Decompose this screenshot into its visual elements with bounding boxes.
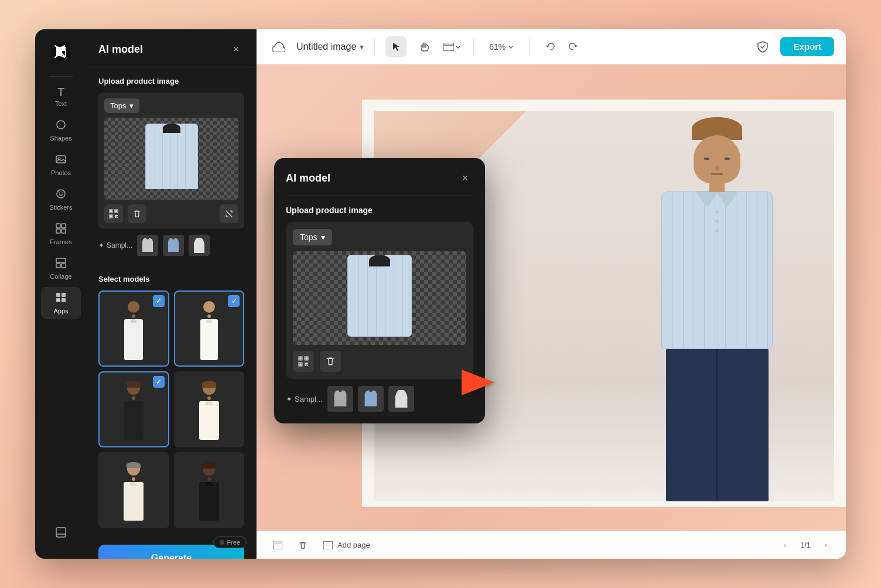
model-card-4[interactable]	[174, 371, 245, 447]
models-section: Select models ✓ ✓	[87, 265, 256, 538]
shield-button[interactable]	[752, 36, 773, 57]
svg-rect-44	[273, 541, 282, 544]
free-dot	[220, 540, 224, 545]
popup-sample-thumb-1[interactable]	[327, 386, 353, 412]
popup-sample-label: ✦ Sampl...	[286, 395, 323, 404]
next-page-button[interactable]: ›	[818, 537, 834, 553]
svg-point-1	[57, 121, 65, 129]
sidebar-item-label: Shapes	[50, 135, 71, 142]
cursor-arrow	[462, 367, 497, 400]
sidebar-item-apps[interactable]: Apps	[41, 287, 81, 319]
model-card-6[interactable]	[174, 452, 245, 528]
svg-point-4	[57, 190, 65, 198]
undo-button[interactable]	[540, 36, 561, 57]
sidebar-item-collage[interactable]: Collage	[41, 252, 81, 285]
popup-sample-row: ✦ Sampl...	[286, 386, 473, 412]
document-title[interactable]: Untitled image	[296, 42, 356, 52]
svg-point-6	[62, 193, 63, 194]
sidebar-item-frames[interactable]: Frames	[41, 218, 81, 250]
svg-rect-10	[62, 229, 66, 233]
apps-icon	[55, 292, 67, 305]
collage-icon	[55, 257, 67, 271]
model-card-1[interactable]: ✓	[98, 290, 169, 367]
svg-marker-42	[462, 370, 494, 395]
popup-delete-button[interactable]	[320, 351, 341, 372]
sample-thumb-1[interactable]	[137, 235, 158, 256]
export-button[interactable]: Export	[780, 37, 834, 56]
tops-dropdown[interactable]: Tops ▾	[104, 98, 139, 113]
svg-rect-9	[56, 229, 60, 233]
sidebar-item-bottom[interactable]	[41, 522, 81, 545]
bottom-bar: Add page ‹ 1/1 ›	[257, 531, 846, 559]
popup-product-image	[293, 251, 466, 345]
popup-close-button[interactable]: ×	[457, 170, 473, 186]
svg-rect-12	[56, 264, 60, 268]
title-chevron-icon[interactable]: ▾	[360, 42, 364, 52]
popup-upload-label: Upload product image	[286, 206, 473, 215]
photos-icon	[55, 153, 67, 167]
svg-rect-2	[56, 156, 66, 163]
sidebar: T Text Shapes Photos Stickers Fram	[35, 29, 87, 559]
topbar-separator-1	[374, 39, 375, 55]
zoom-control[interactable]: 61%	[484, 40, 518, 54]
svg-rect-21	[110, 210, 112, 212]
product-image-bg	[104, 118, 238, 200]
topbar-separator-3	[529, 39, 530, 55]
sidebar-item-shapes[interactable]: Shapes	[41, 114, 81, 146]
model-selected-check-1: ✓	[153, 295, 165, 307]
delete-action-button[interactable]	[128, 204, 146, 223]
app-logo[interactable]	[48, 39, 74, 64]
sidebar-item-photos[interactable]: Photos	[41, 149, 81, 181]
hand-tool-button[interactable]	[414, 36, 435, 57]
sidebar-item-label: Collage	[50, 273, 71, 280]
model-selected-check-2: ✓	[228, 295, 240, 307]
delete-page-button[interactable]	[294, 539, 312, 552]
sidebar-item-stickers[interactable]: Stickers	[41, 183, 81, 216]
upload-label: Upload product image	[98, 77, 244, 86]
svg-rect-15	[62, 293, 66, 297]
popup-tops-chevron: ▾	[321, 233, 325, 242]
popup-title: AI model	[286, 172, 330, 184]
ai-model-popup: AI model × Upload product image Tops ▾	[274, 158, 485, 423]
product-image-area: Tops ▾	[98, 93, 244, 229]
popup-tops-dropdown[interactable]: Tops ▾	[293, 229, 332, 245]
svg-rect-33	[299, 357, 301, 359]
sample-thumb-3[interactable]	[189, 235, 210, 256]
svg-rect-28	[115, 217, 116, 218]
popup-tops-label: Tops	[300, 233, 317, 242]
redo-button[interactable]	[562, 36, 583, 57]
panel-close-button[interactable]: ×	[228, 41, 244, 57]
model-card-5[interactable]	[98, 452, 169, 528]
tops-chevron: ▾	[129, 101, 134, 110]
expand-action-button[interactable]	[220, 204, 238, 223]
svg-point-5	[59, 193, 60, 194]
popup-qr-button[interactable]	[293, 351, 314, 372]
sample-thumb-2[interactable]	[163, 235, 184, 256]
svg-rect-11	[56, 258, 66, 262]
svg-rect-35	[305, 357, 307, 359]
model-card-3[interactable]: ✓	[98, 371, 169, 447]
add-page-button[interactable]: Add page	[319, 538, 375, 552]
page-thumbnail-button[interactable]	[268, 539, 287, 552]
prev-page-button[interactable]: ‹	[777, 537, 793, 553]
sample-label: ✦ Sampl...	[98, 241, 132, 249]
svg-rect-30	[443, 43, 454, 51]
svg-rect-26	[115, 215, 117, 217]
models-grid: ✓ ✓	[98, 290, 244, 528]
add-page-label: Add page	[337, 541, 370, 549]
svg-rect-38	[305, 363, 306, 364]
svg-rect-14	[56, 293, 60, 297]
stickers-icon	[55, 188, 67, 201]
sidebar-item-label: Apps	[53, 307, 68, 314]
sidebar-item-text[interactable]: T Text	[41, 81, 81, 112]
popup-sample-thumb-3[interactable]	[388, 386, 414, 412]
select-tool-button[interactable]	[385, 36, 407, 57]
popup-sample-thumb-2[interactable]	[358, 386, 384, 412]
upload-section: Upload product image Tops ▾	[87, 67, 256, 265]
layout-button[interactable]	[442, 36, 463, 57]
qr-action-button[interactable]	[104, 204, 123, 223]
cloud-button[interactable]	[268, 36, 289, 57]
model-card-2[interactable]: ✓	[174, 290, 245, 367]
sparkle-icon: ✦	[98, 241, 104, 249]
model-selected-check-3: ✓	[153, 376, 165, 388]
